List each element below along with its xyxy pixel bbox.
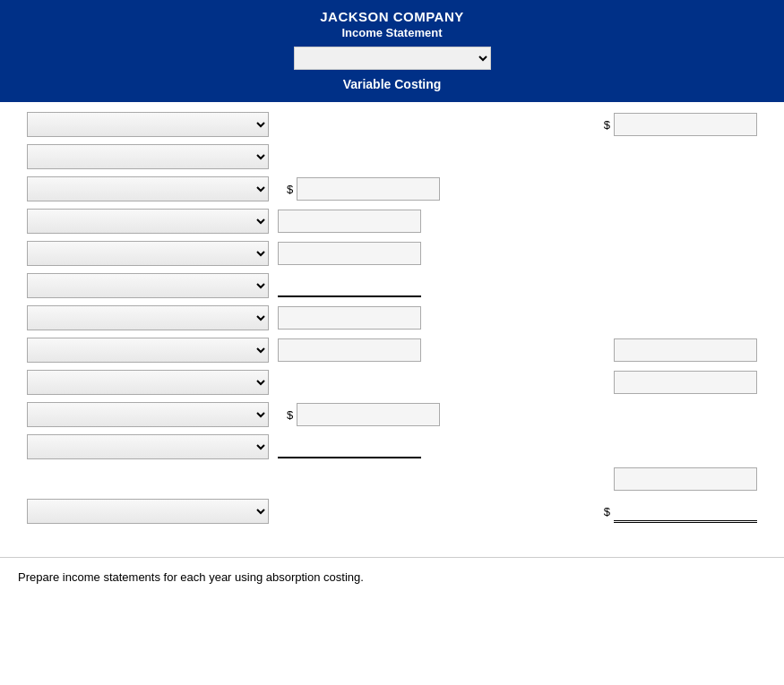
row6-input[interactable] <box>278 274 421 297</box>
row4-select[interactable] <box>27 209 269 234</box>
company-name: JACKSON COMPANY <box>18 9 766 24</box>
row7-mid <box>278 306 421 330</box>
row9-right-input[interactable] <box>614 371 757 394</box>
form-row-3: $ <box>27 176 757 202</box>
row13-right: $ <box>595 500 757 523</box>
row1-dollar: $ <box>604 118 610 132</box>
form-row-7 <box>27 304 757 331</box>
header-select-row <box>18 47 766 70</box>
form-row-13: $ <box>27 498 757 525</box>
instructions-text: Prepare income statements for each year … <box>18 570 364 584</box>
row10-select[interactable] <box>27 402 269 427</box>
row9-select[interactable] <box>27 370 269 395</box>
row7-select[interactable] <box>27 305 269 330</box>
row6-mid <box>278 274 421 297</box>
row3-dollar: $ <box>287 183 293 196</box>
row10-mid: $ <box>278 403 440 426</box>
row1-right: $ <box>595 113 757 136</box>
header-section: JACKSON COMPANY Income Statement Variabl… <box>0 0 784 102</box>
row10-input[interactable] <box>297 403 440 426</box>
row4-input[interactable] <box>278 210 421 233</box>
row9-right <box>614 371 757 394</box>
row11-mid <box>278 435 421 458</box>
row7-input[interactable] <box>278 306 421 330</box>
form-row-8 <box>27 337 757 364</box>
row8-mid-input[interactable] <box>278 338 421 362</box>
row12-right <box>27 467 757 491</box>
row10-dollar: $ <box>287 408 293 422</box>
row8-select[interactable] <box>27 338 269 363</box>
row3-input[interactable] <box>297 177 440 201</box>
row8-right <box>614 338 757 362</box>
statement-title: Income Statement <box>18 26 766 39</box>
form-row-9 <box>27 369 757 396</box>
row4-mid <box>278 210 421 233</box>
row3-select[interactable] <box>27 176 269 201</box>
row5-select[interactable] <box>27 241 269 266</box>
page-wrapper: JACKSON COMPANY Income Statement Variabl… <box>0 0 784 685</box>
form-row-4 <box>27 208 757 235</box>
row6-select[interactable] <box>27 273 269 298</box>
row2-select[interactable] <box>27 144 269 169</box>
row11-input[interactable] <box>278 435 421 458</box>
row12-input[interactable] <box>614 467 757 491</box>
row13-input[interactable] <box>614 500 757 523</box>
row1-select[interactable] <box>27 112 269 137</box>
form-row-1: $ <box>27 111 757 138</box>
row8-right-input[interactable] <box>614 338 757 362</box>
form-row-2 <box>27 143 757 170</box>
form-row-6 <box>27 272 757 299</box>
row1-input[interactable] <box>614 113 757 136</box>
bottom-note: Prepare income statements for each year … <box>0 557 784 596</box>
form-row-5 <box>27 240 757 267</box>
row11-select[interactable] <box>27 434 269 459</box>
form-row-11 <box>27 433 757 460</box>
header-year-select[interactable] <box>294 47 491 70</box>
row3-mid: $ <box>278 177 440 201</box>
form-row-12 <box>27 466 757 492</box>
content-area: $ $ <box>0 102 784 548</box>
row8-mid <box>278 338 421 362</box>
costing-label: Variable Costing <box>18 77 766 91</box>
row13-select[interactable] <box>27 499 269 524</box>
row5-input[interactable] <box>278 242 421 265</box>
form-row-10: $ <box>27 401 757 428</box>
row5-mid <box>278 242 421 265</box>
row13-dollar: $ <box>604 505 610 518</box>
